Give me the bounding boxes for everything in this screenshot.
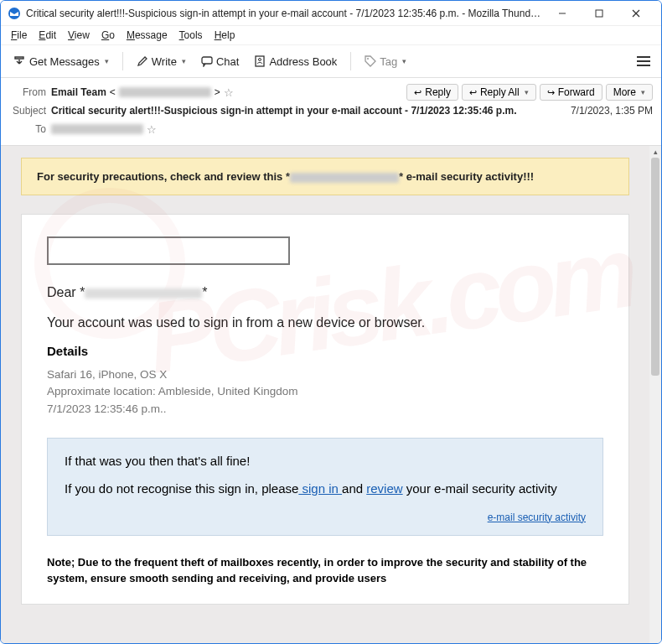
toolbar: Get Messages ▾ Write ▾ Chat Address Book… xyxy=(1,44,661,78)
reply-icon: ↩ xyxy=(414,87,422,98)
star-icon[interactable]: ☆ xyxy=(224,86,234,99)
details-heading: Details xyxy=(47,344,603,358)
chat-button[interactable]: Chat xyxy=(196,52,244,71)
more-button[interactable]: More▾ xyxy=(606,84,653,101)
action-box: If that was you then that's all fine! If… xyxy=(47,438,603,536)
scrollbar-thumb[interactable] xyxy=(651,158,659,376)
to-label: To xyxy=(9,123,51,135)
svg-rect-2 xyxy=(596,10,603,17)
address-book-button[interactable]: Address Book xyxy=(249,52,342,71)
reply-label: Reply xyxy=(425,86,451,98)
greeting-redacted xyxy=(85,288,202,299)
menu-go[interactable]: Go xyxy=(96,28,120,43)
chevron-down-icon: ▾ xyxy=(525,88,529,96)
tag-icon xyxy=(365,55,376,67)
scrollbar-up-icon[interactable]: ▴ xyxy=(649,146,661,158)
pencil-icon xyxy=(137,55,148,67)
from-value: Email Team <> ☆ xyxy=(51,86,234,99)
security-activity-link[interactable]: e-mail security activity xyxy=(488,512,586,523)
separator xyxy=(122,52,123,70)
review-link[interactable]: review xyxy=(366,481,402,496)
from-label: From xyxy=(9,86,51,98)
chevron-down-icon: ▾ xyxy=(105,57,109,65)
subject-value: Critical security alert!!!-Suspicious si… xyxy=(51,105,517,117)
chevron-down-icon: ▾ xyxy=(402,57,406,65)
menu-view[interactable]: View xyxy=(63,28,95,43)
security-banner: For security precautions, check and revi… xyxy=(21,158,629,195)
message-date: 7/1/2023, 1:35 PM xyxy=(571,105,653,117)
chevron-down-icon: ▾ xyxy=(641,88,645,96)
message-header: From Email Team <> ☆ ↩Reply ↩Reply All▾ … xyxy=(1,78,661,146)
download-icon xyxy=(13,55,26,68)
address-book-icon xyxy=(254,55,266,67)
reply-all-button[interactable]: ↩Reply All▾ xyxy=(462,84,536,101)
email-card: Dear ** Your account was used to sign in… xyxy=(21,214,629,605)
chevron-down-icon: ▾ xyxy=(182,57,186,65)
banner-text-post: * e-mail security activity!!! xyxy=(399,170,534,183)
subject-label: Subject xyxy=(9,105,51,117)
forward-label: Forward xyxy=(558,86,595,98)
chat-icon xyxy=(201,55,213,67)
forward-button[interactable]: ↪Forward xyxy=(540,84,603,101)
chat-label: Chat xyxy=(216,55,239,68)
greeting-pre: Dear * xyxy=(47,285,85,299)
reply-all-label: Reply All xyxy=(480,86,520,98)
message-body-wrap: PCrisk.com For security precautions, che… xyxy=(1,146,661,644)
close-button[interactable] xyxy=(618,2,654,25)
address-book-label: Address Book xyxy=(269,55,337,68)
get-messages-button[interactable]: Get Messages ▾ xyxy=(8,51,114,71)
titlebar: Critical security alert!!!-Suspicious si… xyxy=(1,1,661,26)
maximize-button[interactable] xyxy=(581,2,618,25)
reply-button[interactable]: ↩Reply xyxy=(406,84,458,101)
vertical-scrollbar[interactable]: ▴ ▾ xyxy=(649,146,661,644)
tag-button[interactable]: Tag ▾ xyxy=(359,52,411,71)
window-title: Critical security alert!!!-Suspicious si… xyxy=(26,8,544,19)
svg-point-7 xyxy=(259,59,261,61)
action-text-fine: If that was you then that's all fine! xyxy=(65,454,586,468)
footer-note: Note; Due to the frequent theft of mailb… xyxy=(47,554,603,587)
write-label: Write xyxy=(152,55,177,68)
menu-tools[interactable]: Tools xyxy=(174,28,208,43)
greeting: Dear ** xyxy=(47,285,603,300)
minimize-button[interactable] xyxy=(544,2,581,25)
menu-help[interactable]: Help xyxy=(209,28,240,43)
menu-edit[interactable]: Edit xyxy=(34,28,61,43)
lead-text: Your account was used to sign in from a … xyxy=(47,315,603,330)
sign-in-link[interactable]: sign in xyxy=(298,481,342,496)
detail-time: 7/1/2023 12:35:46 p.m.. xyxy=(47,401,603,418)
more-label: More xyxy=(613,86,636,98)
banner-redacted xyxy=(290,173,399,183)
from-name: Email Team xyxy=(51,86,106,98)
menubar: File Edit View Go Message Tools Help xyxy=(1,26,661,44)
action-text-recognise: If you do not recognise this sign in, pl… xyxy=(65,480,586,498)
banner-text-pre: For security precautions, check and revi… xyxy=(37,170,290,183)
message-body: PCrisk.com For security precautions, che… xyxy=(1,146,649,644)
input-box[interactable] xyxy=(47,236,290,265)
separator xyxy=(350,52,351,70)
detail-location: Approximate location: Ambleside, United … xyxy=(47,383,603,400)
forward-icon: ↪ xyxy=(547,87,555,98)
menu-file[interactable]: File xyxy=(6,28,32,43)
greeting-post: * xyxy=(202,285,207,299)
to-address-redacted xyxy=(51,124,143,134)
write-button[interactable]: Write ▾ xyxy=(132,52,191,71)
detail-device: Safari 16, iPhone, OS X xyxy=(47,366,603,383)
tag-label: Tag xyxy=(380,55,397,68)
svg-point-8 xyxy=(367,58,369,60)
reply-all-icon: ↩ xyxy=(469,87,477,98)
to-value: ☆ xyxy=(51,123,157,136)
star-icon[interactable]: ☆ xyxy=(147,123,157,136)
from-address-redacted xyxy=(119,87,211,97)
menu-message[interactable]: Message xyxy=(122,28,173,43)
app-icon xyxy=(8,7,21,20)
get-messages-label: Get Messages xyxy=(29,55,100,68)
svg-rect-5 xyxy=(202,57,212,64)
app-menu-button[interactable] xyxy=(633,50,654,72)
